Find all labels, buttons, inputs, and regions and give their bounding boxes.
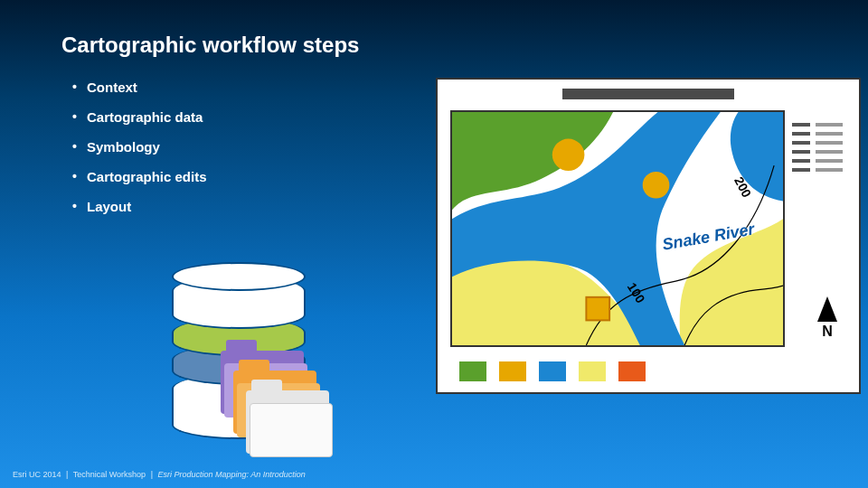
- bullet-item: Symbology: [72, 139, 207, 155]
- svg-rect-2: [586, 297, 609, 321]
- swatch: [579, 361, 606, 381]
- map-layout-panel: Snake River 100 200 N: [436, 78, 861, 394]
- footer-right: Esri Production Mapping: An Introduction: [157, 470, 305, 479]
- map-frame: Snake River 100 200: [450, 110, 785, 347]
- database-folders-graphic: [172, 262, 326, 452]
- bullet-item: Layout: [72, 199, 207, 214]
- footer-mid: Technical Workshop: [73, 470, 146, 479]
- layout-title-placeholder: [562, 89, 734, 99]
- bullet-item: Cartographic data: [72, 109, 207, 125]
- swatch: [459, 361, 486, 381]
- svg-point-0: [552, 139, 585, 171]
- bullet-item: Context: [72, 80, 207, 95]
- color-swatches: [459, 361, 646, 381]
- swatch: [618, 361, 646, 381]
- bullet-list: Context Cartographic data Symbology Cart…: [72, 80, 207, 229]
- bullet-item: Cartographic edits: [72, 169, 207, 184]
- swatch: [539, 361, 566, 381]
- north-arrow: N: [817, 296, 837, 340]
- slide-title: Cartographic workflow steps: [61, 33, 359, 58]
- footer-left: Esri UC 2014: [13, 470, 61, 479]
- svg-point-1: [643, 172, 670, 199]
- swatch: [499, 361, 526, 381]
- legend-placeholder: [792, 123, 846, 177]
- north-label: N: [817, 324, 837, 340]
- footer: Esri UC 2014 | Technical Workshop | Esri…: [13, 470, 306, 479]
